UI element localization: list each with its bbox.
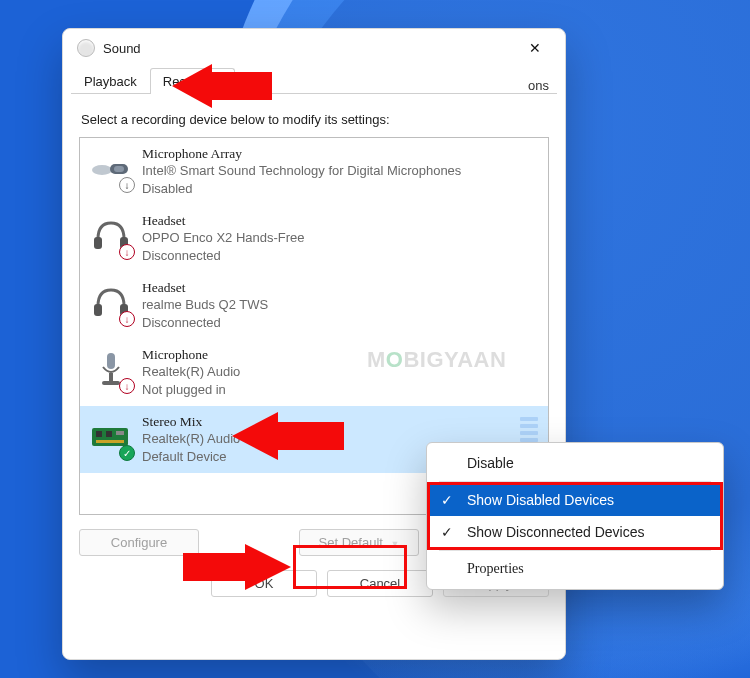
- set-default-button[interactable]: Set Default ▼: [299, 529, 419, 556]
- device-name: Microphone Array: [142, 146, 461, 162]
- device-name: Stereo Mix: [142, 414, 240, 430]
- menu-separator: [439, 550, 711, 551]
- device-row-microphone-array[interactable]: ↓ Microphone Array Intel® Smart Sound Te…: [80, 138, 548, 205]
- microphone-icon: ↓: [88, 347, 134, 393]
- menu-label: Show Disconnected Devices: [467, 524, 644, 540]
- tab-playback[interactable]: Playback: [71, 68, 150, 94]
- menu-show-disabled-devices[interactable]: ✓ Show Disabled Devices: [427, 484, 723, 516]
- tab-strip: Playback Recording ons: [71, 67, 557, 94]
- headset-icon: ↓: [88, 213, 134, 259]
- tab-recording[interactable]: Recording: [150, 68, 235, 94]
- instruction-text: Select a recording device below to modif…: [81, 112, 547, 127]
- device-state: Not plugged in: [142, 381, 240, 399]
- svg-rect-13: [116, 431, 124, 435]
- menu-properties[interactable]: Properties: [427, 553, 723, 585]
- svg-rect-3: [94, 237, 102, 249]
- menu-label: Show Disabled Devices: [467, 492, 614, 508]
- device-provider: Realtek(R) Audio: [142, 363, 240, 381]
- device-name: Headset: [142, 213, 305, 229]
- svg-point-0: [92, 165, 112, 175]
- sound-app-icon: [77, 39, 95, 57]
- svg-rect-5: [94, 304, 102, 316]
- context-menu: Disable ✓ Show Disabled Devices ✓ Show D…: [426, 442, 724, 590]
- window-title: Sound: [103, 41, 515, 56]
- device-text: Microphone Array Intel® Smart Sound Tech…: [142, 146, 461, 197]
- headset-icon: ↓: [88, 280, 134, 326]
- configure-button[interactable]: Configure: [79, 529, 199, 556]
- menu-disable[interactable]: Disable: [427, 447, 723, 479]
- tab-obscured-label: ons: [528, 78, 557, 93]
- svg-rect-7: [107, 353, 115, 369]
- disconnected-badge-icon: ↓: [119, 244, 135, 260]
- svg-rect-14: [96, 440, 124, 443]
- watermark-text: MOBIGYAAN: [367, 347, 506, 373]
- menu-separator: [439, 481, 711, 482]
- svg-rect-11: [96, 431, 102, 437]
- microphone-array-icon: ↓: [88, 146, 134, 192]
- device-state: Disconnected: [142, 247, 305, 265]
- device-provider: Intel® Smart Sound Technology for Digita…: [142, 162, 461, 180]
- chevron-down-icon: ▼: [391, 539, 400, 549]
- svg-rect-12: [106, 431, 112, 437]
- device-name: Headset: [142, 280, 268, 296]
- device-row-headset-oppo[interactable]: ↓ Headset OPPO Enco X2 Hands-Free Discon…: [80, 205, 548, 272]
- cancel-button[interactable]: Cancel: [327, 570, 433, 597]
- set-default-label: Set Default: [319, 535, 383, 550]
- disabled-badge-icon: ↓: [119, 177, 135, 193]
- check-icon: ✓: [441, 492, 453, 508]
- device-state: Disabled: [142, 180, 461, 198]
- check-icon: ✓: [441, 524, 453, 540]
- device-provider: OPPO Enco X2 Hands-Free: [142, 229, 305, 247]
- svg-rect-2: [114, 166, 124, 172]
- titlebar: Sound ✕: [63, 29, 565, 67]
- device-name: Microphone: [142, 347, 240, 363]
- sound-card-icon: ✓: [88, 414, 134, 460]
- ok-button[interactable]: OK: [211, 570, 317, 597]
- menu-show-disconnected-devices[interactable]: ✓ Show Disconnected Devices: [427, 516, 723, 548]
- device-provider: Realtek(R) Audio: [142, 430, 240, 448]
- device-state: Disconnected: [142, 314, 268, 332]
- close-button[interactable]: ✕: [515, 33, 555, 63]
- device-row-headset-realme[interactable]: ↓ Headset realme Buds Q2 TWS Disconnecte…: [80, 272, 548, 339]
- svg-rect-9: [102, 381, 120, 385]
- device-state: Default Device: [142, 448, 240, 466]
- device-provider: realme Buds Q2 TWS: [142, 296, 268, 314]
- svg-rect-8: [109, 373, 113, 381]
